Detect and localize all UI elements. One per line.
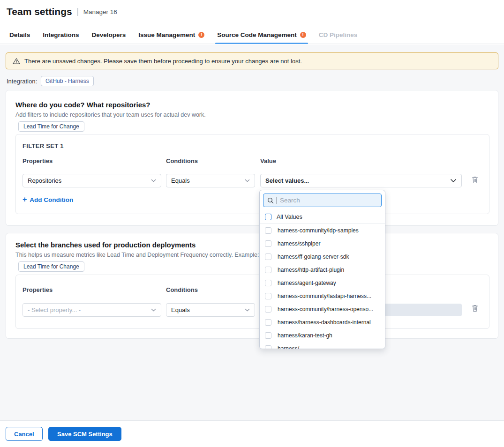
value-column-label: Value xyxy=(260,157,276,164)
checkbox[interactable] xyxy=(265,267,271,273)
lead-time-chip: Lead Time for Change xyxy=(18,261,84,272)
checkbox[interactable] xyxy=(265,306,271,313)
delete-filter-button[interactable] xyxy=(471,304,479,313)
chevron-down-icon xyxy=(245,179,250,182)
repo-option-label: harness-community/harness-openso... xyxy=(278,306,373,313)
title-divider xyxy=(77,8,78,16)
tab[interactable]: Integrations ! xyxy=(43,26,79,44)
warning-triangle-icon xyxy=(13,58,20,65)
properties-column-label: Properties xyxy=(23,286,53,293)
all-values-option[interactable]: All Values xyxy=(260,210,385,224)
repo-option[interactable]: harness/sshpiper xyxy=(260,237,385,250)
tab[interactable]: Details ! xyxy=(9,26,30,44)
repo-option-label: harness/... xyxy=(278,345,304,349)
add-condition-button[interactable]: + Add Condition xyxy=(23,196,73,203)
property-select[interactable]: Repositories xyxy=(23,174,161,187)
chevron-down-icon xyxy=(245,308,250,312)
repo-option[interactable]: harness-community/harness-openso... xyxy=(260,303,385,316)
checkbox[interactable] xyxy=(265,214,271,220)
chevron-down-icon xyxy=(151,308,156,312)
checkbox[interactable] xyxy=(265,319,271,326)
checkbox[interactable] xyxy=(265,227,271,234)
property-select-placeholder: - Select property... - xyxy=(28,306,81,313)
checkbox[interactable] xyxy=(265,240,271,247)
repo-option[interactable]: harness/http-artifact-plugin xyxy=(260,263,385,276)
filter-set-1: FILTER SET 1 Properties Conditions Value… xyxy=(15,134,489,214)
unsaved-changes-banner: There are unsaved changes. Please save t… xyxy=(6,52,498,69)
footer-divider xyxy=(0,420,504,421)
team-settings-page: Team settings Manager 16 Details ! Integ… xyxy=(0,0,504,447)
cancel-button[interactable]: Cancel xyxy=(6,427,43,441)
tab-label: Issue Management xyxy=(138,31,195,38)
checkbox[interactable] xyxy=(265,332,271,339)
conditions-column-label: Conditions xyxy=(166,157,198,164)
tab-label: Integrations xyxy=(43,31,79,38)
branch-filter-box: Properties Conditions Value - Select pro… xyxy=(15,275,489,329)
property-select-value: Repositories xyxy=(28,177,61,184)
branches-card-title: Select the branches used for production … xyxy=(15,241,196,249)
repositories-card: Where do you code? What repositories? Ad… xyxy=(6,90,498,226)
team-name: Manager 16 xyxy=(83,8,117,15)
repository-options-list: harness-community/idp-samples harness/ss… xyxy=(260,224,385,349)
tab-label: CD Pipelines xyxy=(319,31,358,38)
all-values-label: All Values xyxy=(277,214,302,220)
properties-column-label: Properties xyxy=(23,157,53,164)
lead-time-chip: Lead Time for Change xyxy=(18,121,84,132)
repo-option[interactable]: harness/... xyxy=(260,342,385,349)
repo-option[interactable]: harness/karan-test-gh xyxy=(260,329,385,342)
branches-card: Select the branches used for production … xyxy=(6,233,498,339)
page-header: Team settings Manager 16 xyxy=(7,6,117,17)
tab-bar: Details ! Integrations ! Developers ! Is… xyxy=(0,26,504,44)
checkbox[interactable] xyxy=(265,345,271,349)
repo-option[interactable]: harness-community/fastapi-harness... xyxy=(260,290,385,303)
warning-badge-icon: ! xyxy=(198,32,204,38)
repositories-card-subtitle: Add filters to include repositories that… xyxy=(15,112,206,118)
integration-chip[interactable]: GitHub - Harness xyxy=(41,76,94,86)
branches-card-subtitle: This helps us measure metrics like Lead … xyxy=(15,252,273,258)
tab[interactable]: Developers ! xyxy=(92,26,126,44)
plus-icon: + xyxy=(23,196,27,203)
repo-option[interactable]: harness/harness-dashboards-internal xyxy=(260,316,385,329)
checkbox[interactable] xyxy=(265,253,271,260)
page-title: Team settings xyxy=(7,6,72,17)
repo-option-label: harness/harness-dashboards-internal xyxy=(278,319,371,326)
banner-text: There are unsaved changes. Please save t… xyxy=(24,58,302,65)
repo-option-label: harness-community/fastapi-harness... xyxy=(278,293,371,299)
save-scm-settings-button[interactable]: Save SCM Settings xyxy=(48,427,121,441)
repo-option[interactable]: harness/ff-golang-server-sdk xyxy=(260,250,385,263)
checkbox[interactable] xyxy=(265,280,271,286)
conditions-column-label: Conditions xyxy=(166,286,198,293)
repo-option-label: harness/ff-golang-server-sdk xyxy=(278,253,349,260)
integration-row: Integration: GitHub - Harness xyxy=(7,76,94,86)
value-dropdown-panel: All Values harness-community/idp-samples… xyxy=(259,190,385,349)
repo-option-label: harness/http-artifact-plugin xyxy=(278,267,344,273)
tab[interactable]: Source Code Management ! xyxy=(217,26,306,44)
chevron-down-icon xyxy=(151,179,156,182)
condition-select[interactable]: Equals xyxy=(166,174,255,187)
tab-label: Details xyxy=(9,31,30,38)
integration-label: Integration: xyxy=(7,78,37,85)
value-multiselect[interactable]: Select values... xyxy=(260,174,462,187)
tab-label: Developers xyxy=(92,31,126,38)
property-select[interactable]: - Select property... - xyxy=(23,303,161,317)
warning-badge-icon: ! xyxy=(300,32,306,38)
text-cursor xyxy=(277,197,277,204)
repositories-card-title: Where do you code? What repositories? xyxy=(15,101,150,109)
repo-option[interactable]: harness-community/idp-samples xyxy=(260,224,385,237)
condition-select-value: Equals xyxy=(171,177,190,184)
repo-option-label: harness-community/idp-samples xyxy=(278,227,359,234)
dropdown-search-box[interactable] xyxy=(263,194,382,207)
condition-select-value: Equals xyxy=(171,306,190,313)
condition-select[interactable]: Equals xyxy=(166,303,255,317)
repo-option[interactable]: harness/agent-gateway xyxy=(260,276,385,290)
value-select-placeholder: Select values... xyxy=(265,177,309,184)
delete-filter-button[interactable] xyxy=(471,176,479,184)
search-input[interactable] xyxy=(280,197,377,204)
checkbox[interactable] xyxy=(265,293,271,299)
filter-set-title: FILTER SET 1 xyxy=(23,142,64,149)
repo-option-label: harness/karan-test-gh xyxy=(278,332,332,339)
tab[interactable]: Issue Management ! xyxy=(138,26,204,44)
search-icon xyxy=(267,197,274,204)
tab[interactable]: CD Pipelines ! xyxy=(319,26,358,44)
chevron-down-icon xyxy=(450,179,457,183)
